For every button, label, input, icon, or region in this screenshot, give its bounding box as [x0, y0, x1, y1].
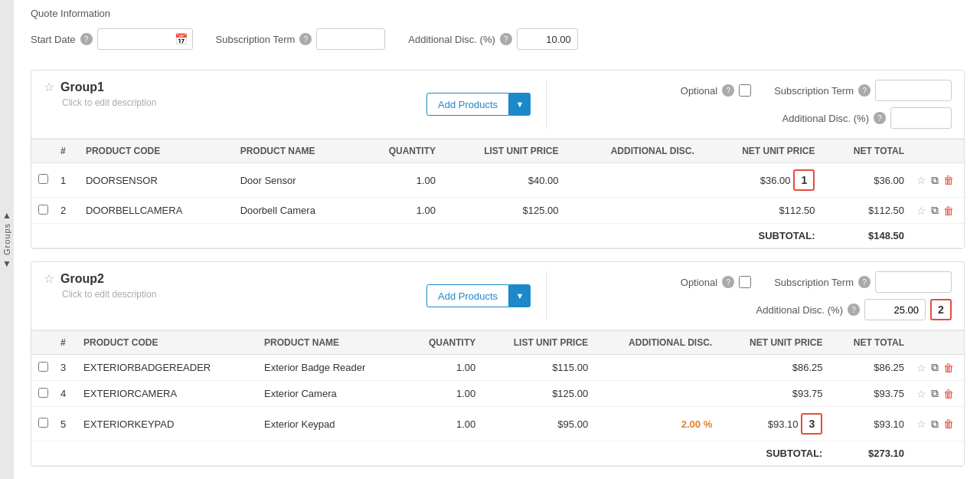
product-checkbox[interactable]	[38, 362, 48, 372]
nav-arrow-up[interactable]: ▲	[2, 211, 11, 220]
start-date-group: Start Date ? 📅	[31, 28, 193, 50]
optional-help-icon[interactable]: ?	[722, 84, 734, 97]
sub-term-input[interactable]	[875, 80, 952, 101]
nav-arrow-down[interactable]: ▼	[2, 259, 11, 268]
group-header-group1: ☆ Group1 Click to edit description Add P…	[31, 71, 964, 139]
optional-group: Optional ?	[681, 276, 751, 288]
row-copy-icon[interactable]: ⧉	[931, 418, 939, 431]
row-star-icon[interactable]: ☆	[916, 205, 926, 217]
table-row: 1 DOORSENSOR Door Sensor 1.00 $40.00 $36…	[31, 163, 964, 198]
row-actions: ☆ ⧉ 🗑	[910, 163, 964, 198]
row-star-icon[interactable]: ☆	[916, 418, 926, 430]
row-copy-icon[interactable]: ⧉	[931, 387, 939, 400]
row-delete-icon[interactable]: 🗑	[943, 418, 954, 430]
start-date-input[interactable]	[103, 34, 172, 45]
col-list-unit-price: LIST UNIT PRICE	[442, 139, 565, 163]
subtotal-row: SUBTOTAL: $273.10	[31, 441, 964, 466]
add-products-section: Add Products ▼	[411, 80, 546, 129]
product-checkbox[interactable]	[38, 388, 48, 398]
sub-term-help-icon[interactable]: ?	[858, 84, 871, 97]
disc-help-icon[interactable]: ?	[848, 303, 860, 316]
row-name: Exterior Badge Reader	[258, 355, 405, 381]
group-description[interactable]: Click to edit description	[62, 289, 411, 300]
row-net-total: $93.75	[828, 381, 910, 407]
row-num: 3	[54, 355, 77, 381]
calendar-icon[interactable]: 📅	[175, 33, 188, 45]
row-checkbox	[31, 355, 54, 381]
optional-checkbox[interactable]	[739, 84, 751, 97]
add-products-btn-group: Add Products ▼	[426, 93, 531, 116]
header-right-col: Optional ? Subscription Term ? Additiona	[546, 80, 952, 129]
sub-term-label: Subscription Term	[774, 277, 854, 288]
add-products-dropdown[interactable]: ▼	[509, 284, 531, 307]
disc-group: Additional Disc. (%) ?	[782, 107, 952, 129]
additional-disc-input[interactable]	[517, 28, 578, 50]
add-products-section: Add Products ▼	[411, 271, 546, 320]
optional-label: Optional	[681, 277, 717, 288]
action-icons: ☆ ⧉ 🗑	[916, 387, 958, 400]
sub-term-group: Subscription Term ?	[774, 271, 952, 293]
disc-label: Additional Disc. (%)	[756, 304, 843, 316]
row-net-total: $86.25	[828, 355, 910, 381]
col-checkbox	[31, 331, 54, 355]
optional-help-icon[interactable]: ?	[722, 276, 734, 288]
group-name: Group2	[60, 272, 104, 286]
row-list-price: $115.00	[482, 355, 594, 381]
row-code: EXTERIORKEYPAD	[77, 407, 258, 441]
row-delete-icon[interactable]: 🗑	[943, 205, 954, 217]
sub-term-input[interactable]	[875, 271, 952, 293]
row-delete-icon[interactable]: 🗑	[943, 362, 954, 374]
disc-label: Additional Disc. (%)	[782, 113, 869, 124]
subscription-term-help-icon[interactable]: ?	[299, 33, 312, 45]
optional-checkbox[interactable]	[739, 276, 751, 288]
product-checkbox[interactable]	[38, 205, 48, 215]
row-star-icon[interactable]: ☆	[916, 174, 926, 186]
col-product-code: PRODUCT CODE	[77, 331, 258, 355]
row-star-icon[interactable]: ☆	[916, 362, 926, 374]
row-actions: ☆ ⧉ 🗑	[910, 381, 964, 407]
group-card-group2: ☆ Group2 Click to edit description Add P…	[31, 261, 965, 467]
row-copy-icon[interactable]: ⧉	[931, 361, 939, 374]
row-copy-icon[interactable]: ⧉	[931, 204, 939, 217]
start-date-help-icon[interactable]: ?	[80, 33, 93, 45]
add-products-button[interactable]: Add Products	[426, 93, 509, 116]
row-delete-icon[interactable]: 🗑	[943, 388, 954, 400]
row-list-price: $40.00	[442, 163, 565, 198]
subscription-term-input[interactable]	[316, 28, 385, 50]
subtotal-spacer	[31, 224, 701, 248]
table-header-row: # PRODUCT CODE PRODUCT NAME QUANTITY LIS…	[31, 139, 964, 163]
row-net-unit-price: $86.25	[718, 355, 828, 381]
group-star-icon[interactable]: ☆	[44, 271, 54, 286]
product-checkbox[interactable]	[38, 418, 48, 428]
add-products-button[interactable]: Add Products	[426, 284, 509, 307]
group-description[interactable]: Click to edit description	[62, 97, 411, 108]
subtotal-actions-spacer	[910, 441, 964, 466]
product-checkbox[interactable]	[38, 174, 48, 184]
subtotal-value: $148.50	[821, 224, 910, 248]
disc-input[interactable]	[890, 107, 952, 129]
disc-badge-2: 2	[930, 299, 952, 320]
disc-help-icon[interactable]: ?	[874, 112, 886, 124]
row-delete-icon[interactable]: 🗑	[943, 174, 954, 186]
col-num: #	[54, 139, 80, 163]
additional-disc-help-icon[interactable]: ?	[500, 33, 512, 45]
group-card-group1: ☆ Group1 Click to edit description Add P…	[31, 70, 965, 249]
col-net-unit-price: NET UNIT PRICE	[718, 331, 828, 355]
subtotal-label: SUBTOTAL:	[718, 441, 828, 466]
row-quantity: 1.00	[358, 163, 442, 198]
row-quantity: 1.00	[358, 198, 442, 224]
add-products-dropdown[interactable]: ▼	[509, 93, 531, 116]
disc-orange-value: 2.00 %	[681, 418, 712, 430]
group-star-icon[interactable]: ☆	[44, 80, 54, 94]
groups-container: ☆ Group1 Click to edit description Add P…	[31, 70, 965, 467]
row-num: 2	[54, 198, 80, 224]
disc-input[interactable]	[864, 299, 926, 320]
row-code: EXTERIORBADGEREADER	[77, 355, 258, 381]
row-star-icon[interactable]: ☆	[916, 388, 926, 400]
group-disc-row: Additional Disc. (%) ? 2	[562, 299, 952, 320]
subscription-term-label: Subscription Term	[216, 34, 296, 45]
products-table-group2: # PRODUCT CODE PRODUCT NAME QUANTITY LIS…	[31, 330, 964, 466]
subscription-term-group: Subscription Term ?	[216, 28, 386, 50]
sub-term-help-icon[interactable]: ?	[858, 276, 871, 288]
row-copy-icon[interactable]: ⧉	[931, 174, 939, 187]
